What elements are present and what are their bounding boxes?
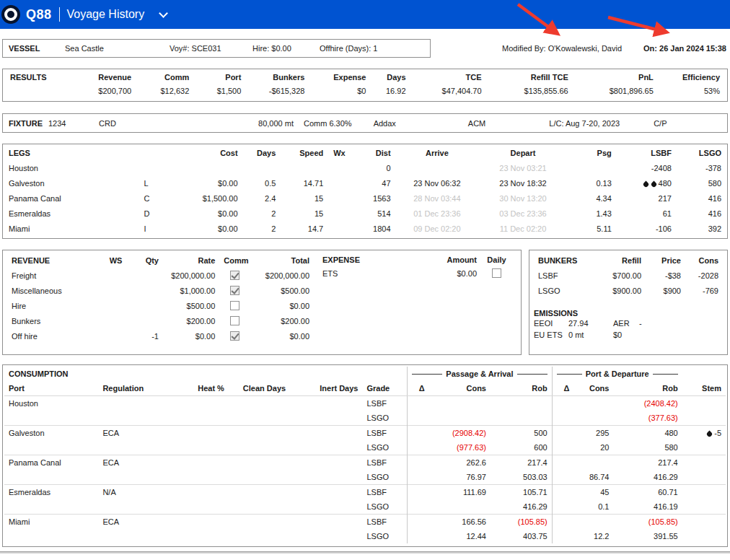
cons-passage-rob: (105.85) (491, 515, 552, 530)
comm-checkbox[interactable] (230, 271, 239, 280)
cons-stem: -5 (682, 426, 726, 441)
cons-passage-rob: 500 (491, 426, 552, 441)
fixture-label: FIXTURE (9, 119, 48, 128)
results-col-label: Refill TCE (486, 71, 573, 84)
cons-passage-delta (408, 529, 429, 543)
modified-on: On: 26 Jan 2024 15:38 (643, 44, 726, 53)
results-col-label: Revenue (56, 71, 136, 84)
comm-checkbox[interactable] (230, 331, 239, 341)
cons-grade: LSGO (362, 411, 407, 426)
cons-col-passage-delta: Δ (408, 381, 429, 396)
consumption-row[interactable]: MiamiECALSBF166.56(105.85)(105.85) (4, 515, 726, 530)
consumption-header-row: Port Regulation Heat % Clean Days Inert … (4, 381, 726, 396)
modified-info: Modified By: O'Kowalewski, David On: 26 … (502, 44, 728, 53)
cons-col-port-delta: Δ (552, 381, 573, 396)
bunker-cons: -769 (685, 284, 723, 299)
leg-cost: $0.00 (158, 176, 242, 191)
legs-col-arrive: Arrive (395, 146, 480, 161)
bottom-panels: REVENUE WS Qty Rate Comm Total Freight$2… (2, 250, 728, 355)
bunker-row[interactable]: LSGO$900.00$900-769 (534, 284, 723, 299)
cons-passage-cons: (977.63) (429, 440, 491, 455)
revenue-row[interactable]: Miscellaneous$1,000.00$500.00 (7, 284, 314, 299)
cons-stem (682, 396, 726, 411)
passage-arrival-group: Passage & Arrival (408, 367, 553, 381)
euets-cost: $0 (613, 331, 622, 339)
bunker-row[interactable]: LSBF$700.00-$38-2028 (534, 268, 723, 284)
leg-port: Panama Canal (4, 191, 140, 206)
bunker-cons: -2028 (685, 268, 723, 284)
legs-col-lsbf: LSBF (616, 146, 676, 161)
q88-logo-icon[interactable] (1, 5, 20, 24)
revenue-row[interactable]: Hire$500.00$0.00 (7, 299, 314, 314)
revenue-item-name: Bunkers (7, 314, 105, 329)
revenue-col-total: Total (250, 253, 314, 268)
cons-col-port: Port (4, 381, 98, 396)
cons-port: Houston (4, 396, 98, 426)
cons-clean-days (229, 396, 290, 426)
cons-port-rob: 416.29 (613, 470, 682, 485)
cons-port: Miami (4, 515, 98, 544)
cons-passage-cons: 166.56 (429, 515, 491, 530)
revenue-row[interactable]: Bunkers$200.00$200.00 (7, 314, 314, 329)
results-col-value: $135,855.66 (486, 84, 573, 98)
revenue-row[interactable]: Off hire-1$0.00$0.00 (7, 329, 314, 344)
leg-cost: $0.00 (158, 206, 242, 222)
revenue-total: $0.00 (250, 329, 314, 344)
leg-row[interactable]: EsmeraldasD$0.0021551401 Dec 23:3603 Dec… (4, 206, 726, 222)
cons-passage-rob (491, 396, 552, 411)
cons-inert-days (290, 485, 362, 515)
leg-row[interactable]: Houston023 Nov 03:21-2408-378 (4, 161, 726, 176)
expense-section: EXPENSE Amount Daily ETS$0.00 (322, 253, 516, 351)
cons-passage-cons (429, 499, 491, 515)
cons-port-delta (552, 470, 573, 485)
revenue-expense-section: REVENUE WS Qty Rate Comm Total Freight$2… (2, 250, 522, 355)
results-col-label: Bunkers (245, 71, 309, 84)
cons-port-rob: (2408.42) (613, 396, 682, 411)
cons-regulation (98, 396, 183, 426)
consumption-section: CONSUMPTION Passage & Arrival Port & Dep… (2, 364, 728, 547)
revenue-col-comm: Comm (219, 253, 250, 268)
leg-speed: 15 (280, 206, 327, 222)
revenue-rate: $0.00 (163, 329, 219, 344)
leg-arrive: 23 Nov 06:32 (395, 176, 480, 191)
leg-row[interactable]: GalvestonL$0.000.514.714723 Nov 06:3223 … (4, 176, 726, 191)
daily-checkbox[interactable] (492, 268, 501, 278)
vessel-row: VESSEL Sea Castle Voy#: SCE031 Hire: $0.… (2, 39, 728, 58)
cons-port-delta (552, 529, 573, 543)
revenue-item-name: Hire (7, 299, 105, 314)
results-col-value: $200,700 (56, 84, 136, 98)
bunker-refill: $700.00 (584, 268, 646, 284)
results-col-label: Expense (309, 71, 370, 84)
bunkers-section: BUNKERS Refill Price Cons LSBF$700.00-$3… (529, 250, 728, 355)
cons-port-rob: 416.19 (613, 499, 682, 515)
revenue-ws (105, 299, 126, 314)
revenue-row[interactable]: Freight$200,000.00$200,000.00 (7, 268, 314, 284)
cons-port-delta (552, 455, 573, 471)
horizontal-scrollbar[interactable] (0, 551, 730, 554)
results-spacer (6, 84, 56, 98)
expense-row[interactable]: ETS$0.00 (322, 266, 516, 280)
comm-checkbox[interactable] (230, 286, 239, 295)
results-section: RESULTS RevenueCommPortBunkersExpenseDay… (2, 69, 728, 102)
leg-row[interactable]: MiamiI$0.00214.7180409 Dec 02:2011 Dec 0… (4, 222, 726, 237)
consumption-row[interactable]: GalvestonECALSBF(2908.42)500295480-5 (4, 426, 726, 441)
leg-row[interactable]: Panama CanalC$1,500.002.415156328 Nov 03… (4, 191, 726, 206)
consumption-row[interactable]: Panama CanalECALSBF262.6217.4217.4 (4, 455, 726, 471)
revenue-rate: $200.00 (163, 314, 219, 329)
fixture-cp-link[interactable]: C/P (654, 119, 667, 128)
consumption-row[interactable]: HoustonLSBF(2408.42) (4, 396, 726, 411)
consumption-row[interactable]: EsmeraldasN/ALSBF111.69105.714560.71 (4, 485, 726, 500)
cons-heat (184, 455, 229, 485)
comm-checkbox[interactable] (230, 316, 239, 325)
cons-port-cons: 12.2 (573, 529, 613, 543)
leg-depart: 23 Nov 03:21 (479, 161, 567, 176)
comm-checkbox[interactable] (230, 301, 239, 310)
voyage-history-dropdown[interactable]: Voyage History (67, 8, 167, 21)
cons-passage-rob: 217.4 (491, 455, 552, 471)
results-col-value: $801,896.65 (573, 84, 658, 98)
cons-passage-delta (408, 396, 429, 411)
chevron-down-icon (159, 9, 168, 18)
cons-passage-delta (408, 515, 429, 530)
legs-col-days: Days (242, 146, 281, 161)
legs-header-row: LEGS Cost Days Speed Wx Dist Arrive Depa… (4, 146, 726, 161)
